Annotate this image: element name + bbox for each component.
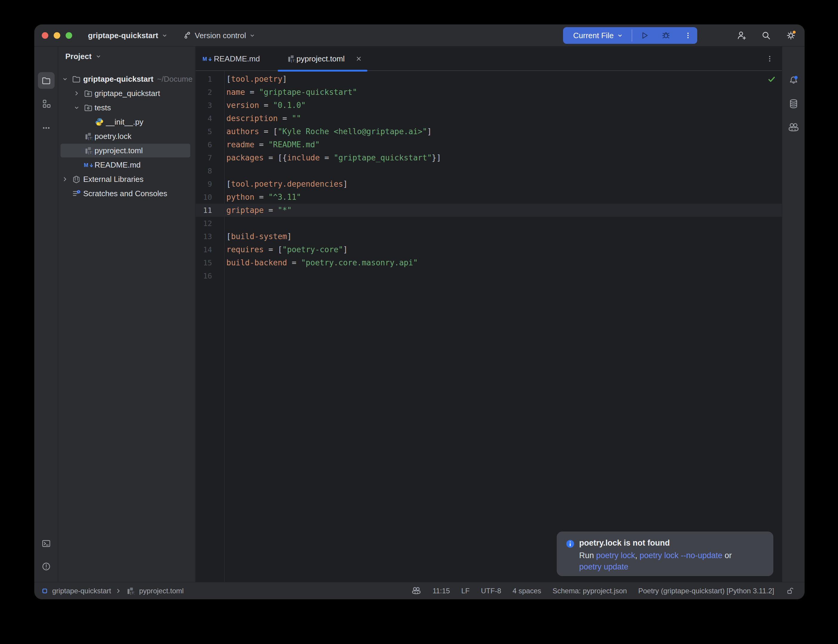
python-icon xyxy=(95,117,104,127)
code-line-7[interactable]: 7packages = [{include = "griptape_quicks… xyxy=(196,151,782,164)
tree-item-poetry-lock[interactable]: [T]poetry.lock xyxy=(58,129,195,143)
breadcrumbs: griptape-quickstart[T]pyproject.toml xyxy=(41,582,184,599)
line-number: 8 xyxy=(196,167,212,175)
status-schema[interactable]: Schema: pyproject.json xyxy=(553,587,627,595)
notification-link[interactable]: poetry update xyxy=(579,562,628,571)
breadcrumb-griptape-quickstart[interactable]: griptape-quickstart xyxy=(41,587,111,595)
editor-tab-pyproject.toml[interactable]: [T]pyproject.toml xyxy=(278,46,367,71)
problems-tool-button[interactable] xyxy=(41,562,51,571)
code-line-1[interactable]: 1[tool.poetry] xyxy=(196,72,782,85)
code-text: griptape = "*" xyxy=(226,206,292,215)
tree-item-label: griptape_quickstart xyxy=(95,89,160,98)
run-button[interactable] xyxy=(640,31,649,40)
chevron-right-icon[interactable] xyxy=(73,90,80,97)
line-number: 11 xyxy=(196,206,212,215)
tree-item-tests[interactable]: tests xyxy=(58,100,195,115)
code-line-3[interactable]: 3version = "0.1.0" xyxy=(196,99,782,112)
code-line-2[interactable]: 2name = "griptape-quickstart" xyxy=(196,85,782,99)
folder-icon xyxy=(41,76,51,85)
notification-text: Run xyxy=(579,551,596,560)
status-indent[interactable]: 4 spaces xyxy=(513,587,541,595)
debug-button[interactable] xyxy=(661,31,670,40)
ai-assistant-button[interactable] xyxy=(788,122,799,133)
zoom-window-button[interactable] xyxy=(66,32,72,39)
database-tool-button[interactable] xyxy=(789,99,799,109)
code-line-9[interactable]: 9[tool.poetry.dependencies] xyxy=(196,177,782,191)
code-line-15[interactable]: 15build-backend = "poetry.core.masonry.a… xyxy=(196,256,782,269)
title-bar: griptape-quickstart Version control Curr… xyxy=(34,25,805,46)
tree-item--init-py[interactable]: __init__.py xyxy=(58,115,195,129)
breadcrumb-pyproject-toml[interactable]: [T]pyproject.toml xyxy=(126,586,183,595)
tab-options-button[interactable] xyxy=(766,55,774,62)
code-text: authors = ["Kyle Roche <hello@griptape.a… xyxy=(226,127,432,136)
structure-tool-button[interactable] xyxy=(41,99,51,109)
settings-button[interactable] xyxy=(785,30,796,41)
terminal-tool-button[interactable] xyxy=(41,539,51,548)
project-widget[interactable]: griptape-quickstart xyxy=(88,25,168,46)
chevron-down-icon xyxy=(95,53,102,60)
chevron-down-icon[interactable] xyxy=(73,104,80,111)
markdown-icon: M xyxy=(202,54,213,63)
code-line-13[interactable]: 13[build-system] xyxy=(196,230,782,243)
line-number: 14 xyxy=(196,245,212,254)
line-number: 16 xyxy=(196,272,212,280)
chevron-down-icon[interactable] xyxy=(62,76,68,82)
code-line-16[interactable]: 16 xyxy=(196,269,782,283)
code-line-5[interactable]: 5authors = ["Kyle Roche <hello@griptape.… xyxy=(196,125,782,138)
status-encoding[interactable]: UTF-8 xyxy=(481,587,501,595)
tree-item-scratches-and-consoles[interactable]: Scratches and Consoles xyxy=(58,186,195,200)
chevron-down-icon xyxy=(617,32,623,39)
tree-item-readme-md[interactable]: MREADME.md xyxy=(58,158,195,172)
code-line-11[interactable]: 11griptape = "*" xyxy=(196,204,782,217)
code-line-14[interactable]: 14requires = ["poetry-core"] xyxy=(196,243,782,256)
code-with-me-button[interactable] xyxy=(737,30,747,41)
vcs-widget[interactable]: Version control xyxy=(183,25,256,46)
tree-item-label: __init__.py xyxy=(106,117,143,127)
tree-item-pyproject-toml[interactable]: [T]pyproject.toml xyxy=(58,143,195,158)
tree-item-external-libraries[interactable]: External Libraries xyxy=(58,172,195,186)
chevron-right-icon[interactable] xyxy=(62,176,68,182)
copilot-status-icon[interactable] xyxy=(412,586,421,596)
status-cursor-position[interactable]: 11:15 xyxy=(432,587,450,595)
close-window-button[interactable] xyxy=(42,32,48,39)
notification-link[interactable]: poetry lock --no-update xyxy=(640,551,723,560)
tree-item-label: pyproject.toml xyxy=(95,146,143,155)
svg-text:M: M xyxy=(84,162,88,168)
lock-open-icon[interactable] xyxy=(785,586,794,595)
search-everywhere-button[interactable] xyxy=(761,30,771,41)
code-text: [build-system] xyxy=(226,232,292,241)
scratches-icon xyxy=(72,189,81,198)
notification-title: poetry.lock is not found xyxy=(579,539,670,548)
status-line-separator[interactable]: LF xyxy=(461,587,470,595)
close-icon[interactable] xyxy=(355,56,362,62)
code-line-6[interactable]: 6readme = "README.md" xyxy=(196,138,782,151)
status-interpreter[interactable]: Poetry (griptape-quickstart) [Python 3.1… xyxy=(638,587,774,595)
inspections-ok-icon[interactable] xyxy=(767,75,776,84)
code-line-12[interactable]: 12 xyxy=(196,217,782,230)
more-run-options-button[interactable] xyxy=(684,31,692,39)
run-configuration-selector[interactable]: Current File xyxy=(573,31,614,40)
svg-text:M: M xyxy=(202,56,207,62)
right-tool-strip xyxy=(782,46,805,582)
editor-area: MREADME.md[T]pyproject.toml 1[tool.poetr… xyxy=(196,46,782,582)
more-tool-windows-button[interactable] xyxy=(42,123,51,132)
code-text: [tool.poetry] xyxy=(226,74,287,84)
code-line-4[interactable]: 4description = "" xyxy=(196,112,782,125)
notification-link[interactable]: poetry lock xyxy=(596,551,635,560)
line-number: 3 xyxy=(196,101,212,110)
info-icon xyxy=(565,539,575,549)
minimize-window-button[interactable] xyxy=(54,32,60,39)
tree-item-label: griptape-quickstart~/Docume xyxy=(83,74,193,84)
notifications-button[interactable] xyxy=(788,75,799,85)
project-tool-button[interactable] xyxy=(38,72,54,89)
project-panel-header[interactable]: Project xyxy=(65,46,102,66)
editor-content[interactable]: 1[tool.poetry]2name = "griptape-quicksta… xyxy=(196,71,782,582)
editor-tab-readme.md[interactable]: MREADME.md xyxy=(196,46,277,71)
tree-item-griptape-quickstart[interactable]: griptape-quickstart~/Docume xyxy=(58,72,195,86)
code-line-10[interactable]: 10python = "^3.11" xyxy=(196,191,782,204)
code-line-8[interactable]: 8 xyxy=(196,164,782,177)
chevron-down-icon xyxy=(161,32,168,39)
svg-text:[T]: [T] xyxy=(88,136,93,140)
toml-icon: [T] xyxy=(84,146,93,155)
tree-item-griptape-quickstart[interactable]: griptape_quickstart xyxy=(58,86,195,100)
